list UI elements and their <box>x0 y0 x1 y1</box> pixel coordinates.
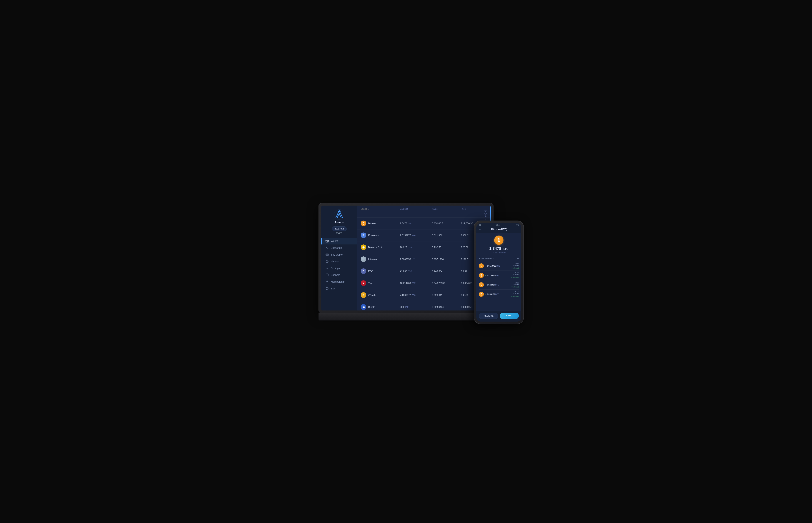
col-search <box>361 208 400 215</box>
coin-info: E EOS <box>361 268 400 274</box>
sidebar-item-wallet[interactable]: Wallet <box>321 238 357 245</box>
coin-value: $ 621.356 <box>432 234 461 237</box>
filter-icon[interactable] <box>484 210 488 212</box>
coin-value: $ 34.273936 <box>432 282 461 285</box>
laptop-frame: Atomic 17,876.2 USD ▾ Wallet <box>319 203 493 313</box>
coin-info: ▲ Tron <box>361 280 400 286</box>
table-row[interactable]: ▲ Tron 1006.4289TRX $ 34.273936 $ 0.0340… <box>357 277 491 289</box>
sidebar-item-buycrypto[interactable]: Buy crypto <box>321 251 357 258</box>
coin-name: Binance Coin <box>368 246 383 249</box>
coin-value: $ 326.641 <box>432 294 461 296</box>
receive-button[interactable]: RECEIVE <box>479 313 498 319</box>
sidebar-item-exit[interactable]: Exit <box>321 285 357 292</box>
card-icon <box>325 253 329 256</box>
coin-balance: 7.1039972ZEC <box>400 294 432 296</box>
support-label: Support <box>331 273 340 276</box>
svg-rect-4 <box>326 254 329 255</box>
laptop-base <box>319 313 493 321</box>
coin-icon-eos: E <box>361 268 366 274</box>
phone-coin-display: ₿ 1.3478 BTC 15,998.38 USD <box>476 233 521 255</box>
atomic-logo-icon <box>334 209 345 220</box>
tx-row[interactable]: ₿ +0.522017BTC 13:25 06.08.19 Confirmed <box>479 280 519 290</box>
sidebar-item-membership[interactable]: Membership <box>321 278 357 285</box>
transactions-header: Your transactions ↻ <box>479 257 519 260</box>
history-icon <box>325 260 329 263</box>
buycrypto-label: Buy crypto <box>331 253 342 256</box>
phone-header: ← Bitcoin (BTC) <box>476 226 521 233</box>
table-row[interactable]: ◈ Binance Coin 10.223BNB $ 292.58 $ 28.6… <box>357 241 491 253</box>
tx-amount: +0.0159728BTC <box>485 265 510 267</box>
coin-name: Tron <box>368 282 373 285</box>
table-row[interactable]: ◉ Ripple 209XRP $ 82.96424 $ 0.396958 <box>357 301 491 310</box>
coin-icon-ripple: ◉ <box>361 304 366 310</box>
phone-signal: 4G <box>479 224 481 226</box>
coin-value: $ 15,998.3 <box>432 222 461 225</box>
table-row[interactable]: Z ZCash 7.1039972ZEC $ 326.641 $ 45.98 <box>357 289 491 301</box>
phone-refresh-icon[interactable]: ↻ <box>517 257 519 260</box>
svg-point-1 <box>339 210 340 212</box>
coin-value: $ 292.58 <box>432 246 461 249</box>
back-button[interactable]: ← <box>479 228 482 231</box>
tx-meta: 23:21 23.08.19 Confirmed <box>511 263 519 269</box>
tx-row[interactable]: ₿ +0.2706069BTC 21:05 19.08.19 Confirmed <box>479 271 519 280</box>
app-name: Atomic <box>334 220 344 223</box>
table-row[interactable]: ₿ Bitcoin 1.3478BTC $ 15,998.3 $ 11,870.… <box>357 217 491 230</box>
tx-row[interactable]: ₿ +0.0159728BTC 23:21 23.08.19 Confirmed <box>479 261 519 271</box>
svg-point-3 <box>328 241 328 241</box>
table-header: Balance Value Price 30 day trend <box>357 205 491 217</box>
currency-selector[interactable]: USD ▾ <box>336 232 342 234</box>
coin-icon-ethereum: Ξ <box>361 233 366 238</box>
coin-name: Ethereum <box>368 234 379 237</box>
send-button[interactable]: SEND <box>500 313 519 319</box>
coin-name: ZCash <box>368 294 375 296</box>
membership-label: Membership <box>331 280 345 283</box>
tx-meta: 21:05 19.08.19 Confirmed <box>511 272 519 279</box>
tx-meta: 13:25 06.08.19 Confirmed <box>511 282 519 288</box>
coin-name: Bitcoin <box>368 222 376 225</box>
exchange-icon <box>325 246 329 250</box>
laptop-screen: Atomic 17,876.2 USD ▾ Wallet <box>321 205 491 310</box>
sidebar-item-settings[interactable]: Settings <box>321 265 357 272</box>
table-row[interactable]: E EOS 41.262EOS $ 246.334 $ 5.97 <box>357 265 491 277</box>
tx-row[interactable]: ₿ +0.358172BTC 21:05 19.07.19 Confirmed <box>479 290 519 299</box>
tx-amount: +0.2706069BTC <box>485 274 510 276</box>
coin-icon-tron: ▲ <box>361 280 366 286</box>
coin-info: ◉ Ripple <box>361 304 400 310</box>
coin-info: ◈ Binance Coin <box>361 245 400 250</box>
membership-icon <box>325 280 329 283</box>
table-row[interactable]: Ł Litecoin 1.3042853LTC $ 157.1794 $ 120… <box>357 253 491 265</box>
settings-icon <box>325 267 329 270</box>
exit-label: Exit <box>331 287 335 290</box>
phone-btc-unit: BTC <box>503 247 509 250</box>
tx-amount: +0.358172BTC <box>485 293 510 295</box>
filter-controls: + ↻ <box>484 208 489 221</box>
coin-icon-bitcoin: ₿ <box>361 220 366 226</box>
settings-label: Settings <box>331 267 340 270</box>
nav-menu: Wallet Exchange <box>321 238 357 292</box>
transactions-label: Your transactions <box>479 257 494 259</box>
coin-value: $ 82.96424 <box>432 306 461 308</box>
coin-balance: 2.0152977ETH <box>400 234 432 237</box>
sidebar-item-support[interactable]: Support <box>321 272 357 278</box>
coin-balance: 1.3042853LTC <box>400 258 432 260</box>
coin-value: $ 157.1794 <box>432 258 461 260</box>
search-input[interactable] <box>361 208 389 210</box>
phone-coin-title: Bitcoin (BTC) <box>483 228 515 231</box>
sidebar-item-history[interactable]: History <box>321 258 357 265</box>
exchange-label: Exchange <box>331 247 342 249</box>
svg-rect-2 <box>326 240 329 242</box>
coin-name: Ripple <box>368 306 375 308</box>
app-scene: Atomic 17,876.2 USD ▾ Wallet <box>299 194 513 329</box>
table-row[interactable]: Ξ Ethereum 2.0152977ETH $ 621.356 $ 308.… <box>357 230 491 241</box>
laptop-device: Atomic 17,876.2 USD ▾ Wallet <box>319 203 493 321</box>
phone-battery: 73% <box>516 224 519 226</box>
svg-point-8 <box>326 281 328 282</box>
add-icon[interactable]: + <box>484 213 488 217</box>
col-value: Value <box>432 208 461 215</box>
sidebar-item-exchange[interactable]: Exchange <box>321 245 357 251</box>
phone-actions: RECEIVE SEND <box>476 311 521 322</box>
tx-meta: 21:05 19.07.19 Confirmed <box>511 291 519 297</box>
coin-icon-litecoin: Ł <box>361 256 366 262</box>
sidebar: Atomic 17,876.2 USD ▾ Wallet <box>321 205 357 310</box>
logo-container: Atomic <box>334 209 345 223</box>
